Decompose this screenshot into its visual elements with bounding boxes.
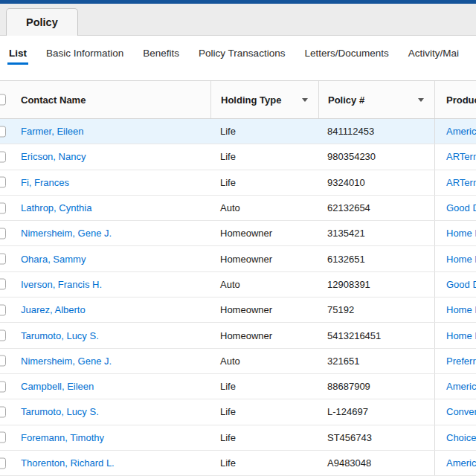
row-checkbox-cell bbox=[0, 221, 16, 245]
row-checkbox[interactable] bbox=[0, 356, 6, 367]
contact-name-link[interactable]: Iverson, Francis H. bbox=[21, 279, 102, 290]
policy-number-value: ST456743 bbox=[327, 432, 372, 443]
row-checkbox-cell bbox=[0, 399, 16, 424]
product-link[interactable]: Good D bbox=[446, 279, 476, 290]
subnav-item-policy-transactions[interactable]: Policy Transactions bbox=[199, 48, 285, 59]
table-row[interactable]: Fi, Frances Life 9324010 ARTerm bbox=[0, 170, 476, 196]
column-header-holding-label: Holding Type bbox=[221, 94, 281, 106]
policy-number-filter-chevron-down-icon[interactable] bbox=[418, 98, 424, 102]
row-checkbox[interactable] bbox=[0, 457, 6, 469]
tab-strip: Policy bbox=[0, 4, 476, 36]
table-row[interactable]: Foremann, Timothy Life ST456743 ChoiceL bbox=[0, 425, 476, 451]
contact-name-link[interactable]: Fi, Frances bbox=[21, 177, 69, 188]
table-row[interactable]: Nimersheim, Gene J. Homeowner 3135421 Ho… bbox=[0, 221, 476, 246]
row-checkbox[interactable] bbox=[0, 228, 6, 239]
row-checkbox[interactable] bbox=[0, 177, 6, 188]
table-row[interactable]: Lathrop, Cynthia Auto 62132654 Good D bbox=[0, 196, 476, 221]
contact-name-link[interactable]: Nimersheim, Gene J. bbox=[21, 228, 112, 239]
table-row[interactable]: Tarumoto, Lucy S. Life L-124697 Conver bbox=[0, 399, 476, 425]
row-checkbox[interactable] bbox=[0, 381, 6, 392]
table-row[interactable]: Campbell, Eileen Life 88687909 America bbox=[0, 374, 476, 399]
holding-type-value: Life bbox=[220, 381, 236, 392]
policy-number-value: 88687909 bbox=[327, 381, 370, 392]
holding-type-value: Auto bbox=[220, 279, 240, 290]
subnav-item-letters-documents[interactable]: Letters/Documents bbox=[304, 48, 388, 59]
product-link[interactable]: ARTerm bbox=[446, 151, 476, 162]
policy-number-value: L-124697 bbox=[327, 406, 368, 417]
policy-number-value: 9324010 bbox=[327, 177, 365, 188]
holding-type-value: Homeowner bbox=[220, 330, 272, 341]
row-checkbox[interactable] bbox=[0, 151, 6, 162]
holding-type-filter-chevron-down-icon[interactable] bbox=[302, 98, 308, 102]
product-link[interactable]: America bbox=[446, 457, 476, 469]
policy-number-value: 6132651 bbox=[327, 254, 365, 265]
product-link[interactable]: Conver bbox=[446, 406, 476, 417]
row-checkbox-cell bbox=[0, 170, 16, 195]
subnav-item-label: Letters/Documents bbox=[304, 48, 388, 59]
holding-type-value: Auto bbox=[220, 202, 240, 213]
table-row[interactable]: Iverson, Francis H. Auto 12908391 Good D bbox=[0, 272, 476, 298]
product-link[interactable]: Good D bbox=[446, 202, 476, 213]
subnav-item-basic-information[interactable]: Basic Information bbox=[46, 48, 123, 59]
subnav-item-list[interactable]: List bbox=[9, 48, 27, 59]
policy-number-value: A9483048 bbox=[327, 457, 371, 469]
contact-name-link[interactable]: Farmer, Eileen bbox=[21, 126, 84, 137]
contact-name-link[interactable]: Juarez, Alberto bbox=[21, 304, 86, 315]
row-checkbox[interactable] bbox=[0, 330, 6, 341]
holding-type-value: Homeowner bbox=[220, 304, 272, 315]
row-checkbox[interactable] bbox=[0, 304, 6, 315]
row-checkbox[interactable] bbox=[0, 126, 6, 137]
tab-policy[interactable]: Policy bbox=[6, 8, 78, 36]
holding-type-value: Life bbox=[220, 177, 236, 188]
table-row[interactable]: Farmer, Eileen Life 841112453 America bbox=[0, 119, 476, 144]
table-row[interactable]: Tarumoto, Lucy S. Homeowner 5413216451 H… bbox=[0, 323, 476, 348]
contact-name-link[interactable]: Ohara, Sammy bbox=[21, 254, 86, 265]
holding-type-value: Life bbox=[220, 151, 236, 162]
contact-name-link[interactable]: Tarumoto, Lucy S. bbox=[21, 330, 99, 341]
select-all-checkbox[interactable] bbox=[0, 94, 6, 106]
column-header-policy-number[interactable]: Policy # bbox=[318, 81, 434, 118]
header-checkbox-cell bbox=[0, 81, 16, 118]
contact-name-link[interactable]: Tarumoto, Lucy S. bbox=[21, 406, 99, 417]
product-link[interactable]: Home I bbox=[446, 228, 476, 239]
row-checkbox-cell bbox=[0, 323, 16, 347]
contact-name-link[interactable]: Lathrop, Cynthia bbox=[21, 202, 91, 213]
subnav-item-benefits[interactable]: Benefits bbox=[143, 48, 179, 59]
contact-name-link[interactable]: Foremann, Timothy bbox=[21, 432, 104, 443]
policy-number-value: 3135421 bbox=[327, 228, 365, 239]
subnav-item-activity-mai[interactable]: Activity/Mai bbox=[408, 48, 459, 59]
row-checkbox[interactable] bbox=[0, 254, 6, 265]
product-link[interactable]: Preferr bbox=[446, 356, 476, 367]
product-link[interactable]: ARTerm bbox=[446, 177, 476, 188]
table-row[interactable]: Ohara, Sammy Homeowner 6132651 Home P bbox=[0, 246, 476, 271]
row-checkbox[interactable] bbox=[0, 406, 6, 417]
holding-type-value: Life bbox=[220, 406, 236, 417]
table-row[interactable]: Nimersheim, Gene J. Auto 321651 Preferr bbox=[0, 349, 476, 374]
contact-name-link[interactable]: Campbell, Eileen bbox=[21, 381, 94, 392]
row-checkbox[interactable] bbox=[0, 202, 6, 213]
row-checkbox[interactable] bbox=[0, 279, 6, 290]
product-link[interactable]: Home P bbox=[446, 254, 476, 265]
product-link[interactable]: America bbox=[446, 381, 476, 392]
row-checkbox-cell bbox=[0, 349, 16, 373]
subnav: List Basic Information Benefits Policy T… bbox=[0, 36, 476, 71]
product-link[interactable]: America bbox=[446, 126, 476, 137]
table-row[interactable]: Ericson, Nancy Life 980354230 ARTerm bbox=[0, 144, 476, 170]
table-row[interactable]: Thorenton, Richard L. Life A9483048 Amer… bbox=[0, 451, 476, 476]
column-header-holding-type[interactable]: Holding Type bbox=[210, 81, 318, 118]
product-link[interactable]: Home I bbox=[446, 330, 476, 341]
subnav-item-label: Policy Transactions bbox=[199, 48, 285, 59]
policy-number-value: 12908391 bbox=[327, 279, 370, 290]
contact-name-link[interactable]: Ericson, Nancy bbox=[21, 151, 86, 162]
subnav-item-label: Benefits bbox=[143, 48, 179, 59]
product-link[interactable]: Home I bbox=[446, 304, 476, 315]
column-header-product[interactable]: Produc bbox=[434, 81, 476, 118]
table-row[interactable]: Juarez, Alberto Homeowner 75192 Home I bbox=[0, 298, 476, 323]
product-link[interactable]: ChoiceL bbox=[446, 432, 476, 443]
subnav-item-label: Basic Information bbox=[46, 48, 123, 59]
policy-number-value: 5413216451 bbox=[327, 330, 381, 341]
column-header-contact-name[interactable]: Contact Name bbox=[16, 81, 210, 118]
contact-name-link[interactable]: Thorenton, Richard L. bbox=[21, 457, 115, 469]
row-checkbox[interactable] bbox=[0, 432, 6, 443]
contact-name-link[interactable]: Nimersheim, Gene J. bbox=[21, 356, 112, 367]
